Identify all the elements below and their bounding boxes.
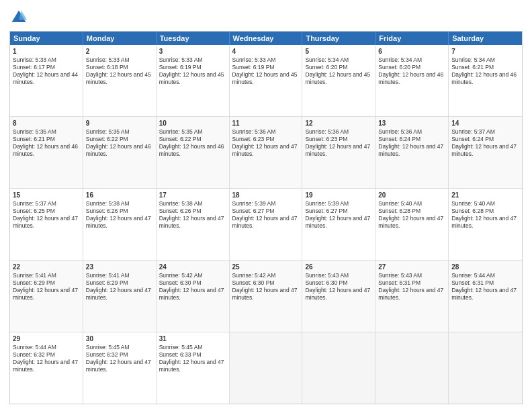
day-number: 1	[13, 47, 80, 56]
day-number: 23	[86, 263, 153, 271]
calendar-cell: 20Sunrise: 5:40 AMSunset: 6:28 PMDayligh…	[375, 189, 449, 260]
day-number: 18	[232, 191, 300, 199]
day-info: Sunrise: 5:35 AMSunset: 6:22 PMDaylight:…	[159, 128, 224, 157]
day-info: Sunrise: 5:36 AMSunset: 6:23 PMDaylight:…	[305, 128, 370, 157]
logo	[9, 8, 30, 27]
logo-icon	[9, 8, 28, 27]
day-number: 28	[451, 263, 519, 271]
day-info: Sunrise: 5:41 AMSunset: 6:29 PMDaylight:…	[13, 272, 78, 301]
svg-marker-1	[19, 11, 27, 20]
calendar-cell: 12Sunrise: 5:36 AMSunset: 6:23 PMDayligh…	[302, 117, 375, 188]
day-number: 4	[232, 47, 300, 56]
day-number: 14	[451, 119, 519, 128]
calendar-header-cell: Friday	[375, 32, 449, 45]
day-number: 15	[13, 191, 80, 199]
day-number: 2	[86, 47, 153, 56]
day-info: Sunrise: 5:37 AMSunset: 6:24 PMDaylight:…	[451, 128, 517, 157]
day-number: 27	[378, 263, 445, 271]
day-info: Sunrise: 5:33 AMSunset: 6:19 PMDaylight:…	[232, 56, 298, 85]
calendar-cell: 26Sunrise: 5:43 AMSunset: 6:30 PMDayligh…	[302, 261, 375, 332]
calendar-cell: 25Sunrise: 5:42 AMSunset: 6:30 PMDayligh…	[230, 261, 303, 332]
calendar-header-cell: Saturday	[449, 32, 522, 45]
day-number: 30	[86, 334, 153, 343]
calendar-cell: 4Sunrise: 5:33 AMSunset: 6:19 PMDaylight…	[230, 45, 303, 116]
calendar-header-cell: Sunday	[10, 32, 83, 45]
day-number: 12	[305, 119, 372, 128]
calendar-row: 29Sunrise: 5:44 AMSunset: 6:32 PMDayligh…	[10, 332, 522, 404]
calendar-header-cell: Monday	[83, 32, 157, 45]
calendar-cell: 27Sunrise: 5:43 AMSunset: 6:31 PMDayligh…	[375, 261, 449, 332]
calendar-cell: 1Sunrise: 5:33 AMSunset: 6:17 PMDaylight…	[10, 45, 83, 116]
header	[9, 8, 523, 27]
day-number: 17	[159, 191, 226, 199]
calendar-cell	[375, 332, 449, 404]
calendar-cell: 8Sunrise: 5:35 AMSunset: 6:21 PMDaylight…	[10, 117, 83, 188]
day-number: 10	[159, 119, 226, 128]
day-number: 20	[378, 191, 445, 199]
day-info: Sunrise: 5:39 AMSunset: 6:27 PMDaylight:…	[232, 200, 298, 229]
day-number: 7	[451, 47, 519, 56]
calendar-row: 8Sunrise: 5:35 AMSunset: 6:21 PMDaylight…	[10, 117, 522, 189]
day-number: 8	[13, 119, 80, 128]
calendar-cell: 11Sunrise: 5:36 AMSunset: 6:23 PMDayligh…	[230, 117, 303, 188]
day-number: 6	[378, 47, 445, 56]
page: SundayMondayTuesdayWednesdayThursdayFrid…	[0, 0, 532, 411]
day-info: Sunrise: 5:34 AMSunset: 6:20 PMDaylight:…	[305, 56, 370, 85]
day-number: 29	[13, 334, 80, 343]
calendar-cell: 6Sunrise: 5:34 AMSunset: 6:20 PMDaylight…	[375, 45, 449, 116]
calendar-cell: 15Sunrise: 5:37 AMSunset: 6:25 PMDayligh…	[10, 189, 83, 260]
day-number: 21	[451, 191, 519, 199]
day-info: Sunrise: 5:36 AMSunset: 6:23 PMDaylight:…	[232, 128, 298, 157]
calendar-cell	[449, 332, 522, 404]
day-number: 11	[232, 119, 300, 128]
calendar-cell: 28Sunrise: 5:44 AMSunset: 6:31 PMDayligh…	[449, 261, 522, 332]
day-info: Sunrise: 5:43 AMSunset: 6:30 PMDaylight:…	[305, 272, 370, 301]
day-info: Sunrise: 5:38 AMSunset: 6:26 PMDaylight:…	[86, 200, 151, 229]
calendar-cell: 30Sunrise: 5:45 AMSunset: 6:32 PMDayligh…	[83, 332, 157, 404]
day-info: Sunrise: 5:40 AMSunset: 6:28 PMDaylight:…	[378, 200, 443, 229]
calendar-row: 15Sunrise: 5:37 AMSunset: 6:25 PMDayligh…	[10, 189, 522, 261]
day-info: Sunrise: 5:35 AMSunset: 6:21 PMDaylight:…	[13, 128, 78, 157]
calendar-header: SundayMondayTuesdayWednesdayThursdayFrid…	[10, 32, 522, 45]
calendar-cell	[302, 332, 375, 404]
day-info: Sunrise: 5:45 AMSunset: 6:32 PMDaylight:…	[86, 344, 151, 373]
calendar-cell: 18Sunrise: 5:39 AMSunset: 6:27 PMDayligh…	[230, 189, 303, 260]
calendar-row: 1Sunrise: 5:33 AMSunset: 6:17 PMDaylight…	[10, 45, 522, 117]
calendar-cell: 17Sunrise: 5:38 AMSunset: 6:26 PMDayligh…	[157, 189, 230, 260]
day-info: Sunrise: 5:35 AMSunset: 6:22 PMDaylight:…	[86, 128, 151, 157]
calendar-cell: 21Sunrise: 5:40 AMSunset: 6:28 PMDayligh…	[449, 189, 522, 260]
day-number: 26	[305, 263, 372, 271]
calendar-cell: 13Sunrise: 5:36 AMSunset: 6:24 PMDayligh…	[375, 117, 449, 188]
day-number: 13	[378, 119, 445, 128]
calendar-cell: 14Sunrise: 5:37 AMSunset: 6:24 PMDayligh…	[449, 117, 522, 188]
day-info: Sunrise: 5:38 AMSunset: 6:26 PMDaylight:…	[159, 200, 224, 229]
day-info: Sunrise: 5:41 AMSunset: 6:29 PMDaylight:…	[86, 272, 151, 301]
day-info: Sunrise: 5:33 AMSunset: 6:18 PMDaylight:…	[86, 56, 151, 85]
day-info: Sunrise: 5:36 AMSunset: 6:24 PMDaylight:…	[378, 128, 443, 157]
day-info: Sunrise: 5:44 AMSunset: 6:32 PMDaylight:…	[13, 344, 78, 373]
calendar-cell: 9Sunrise: 5:35 AMSunset: 6:22 PMDaylight…	[83, 117, 157, 188]
day-info: Sunrise: 5:34 AMSunset: 6:21 PMDaylight:…	[451, 56, 517, 85]
calendar-body: 1Sunrise: 5:33 AMSunset: 6:17 PMDaylight…	[10, 45, 522, 404]
day-number: 9	[86, 119, 153, 128]
calendar-cell: 3Sunrise: 5:33 AMSunset: 6:19 PMDaylight…	[157, 45, 230, 116]
day-info: Sunrise: 5:37 AMSunset: 6:25 PMDaylight:…	[13, 200, 78, 229]
calendar-cell: 29Sunrise: 5:44 AMSunset: 6:32 PMDayligh…	[10, 332, 83, 404]
day-number: 31	[159, 334, 226, 343]
day-number: 25	[232, 263, 300, 271]
calendar-header-cell: Thursday	[302, 32, 375, 45]
calendar-cell: 19Sunrise: 5:39 AMSunset: 6:27 PMDayligh…	[302, 189, 375, 260]
calendar-cell	[230, 332, 303, 404]
day-info: Sunrise: 5:43 AMSunset: 6:31 PMDaylight:…	[378, 272, 443, 301]
calendar: SundayMondayTuesdayWednesdayThursdayFrid…	[9, 31, 523, 404]
calendar-row: 22Sunrise: 5:41 AMSunset: 6:29 PMDayligh…	[10, 261, 522, 332]
day-number: 3	[159, 47, 226, 56]
day-info: Sunrise: 5:44 AMSunset: 6:31 PMDaylight:…	[451, 272, 517, 301]
calendar-cell: 5Sunrise: 5:34 AMSunset: 6:20 PMDaylight…	[302, 45, 375, 116]
day-number: 19	[305, 191, 372, 199]
day-number: 22	[13, 263, 80, 271]
calendar-cell: 23Sunrise: 5:41 AMSunset: 6:29 PMDayligh…	[83, 261, 157, 332]
calendar-header-cell: Wednesday	[230, 32, 303, 45]
calendar-cell: 16Sunrise: 5:38 AMSunset: 6:26 PMDayligh…	[83, 189, 157, 260]
day-info: Sunrise: 5:33 AMSunset: 6:19 PMDaylight:…	[159, 56, 224, 85]
